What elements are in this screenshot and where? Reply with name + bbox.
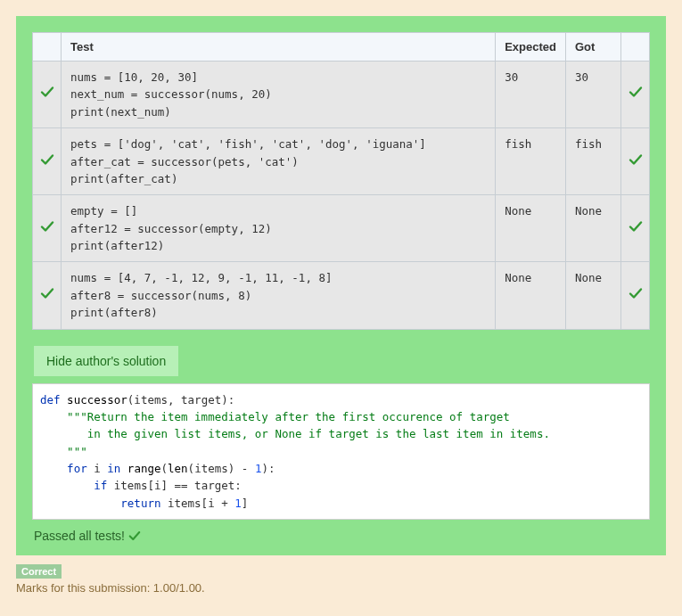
check-icon [40,286,54,300]
test-results-body: nums = [10, 20, 30] next_num = successor… [33,62,650,330]
check-icon [629,286,643,300]
marks-text: Marks for this submission: 1.00/1.00. [16,581,666,595]
header-test: Test [62,33,496,62]
row-got: None [566,195,621,262]
hide-solution-button[interactable]: Hide author's solution [34,346,178,376]
passed-text: Passed all tests! [34,529,125,543]
solution-toggle-wrap: Hide author's solution [34,346,650,376]
header-expected: Expected [496,33,566,62]
header-got: Got [566,33,621,62]
check-icon [629,152,643,167]
check-icon [629,219,643,234]
row-test-code: nums = [10, 20, 30] next_num = successor… [62,62,496,128]
table-row: nums = [10, 20, 30] next_num = successor… [33,62,650,128]
check-icon [629,85,643,99]
header-status-right [621,33,650,62]
row-status-left [33,195,62,262]
correct-badge: Correct [16,564,62,579]
row-got: fish [566,128,621,195]
result-panel: Test Expected Got nums = [10, 20, 30] ne… [16,16,666,555]
header-status-left [33,33,62,62]
row-status-right [621,195,650,262]
test-results-table: Test Expected Got nums = [10, 20, 30] ne… [32,32,650,330]
table-row: pets = ['dog', 'cat', 'fish', 'cat', 'do… [33,128,650,195]
row-expected: 30 [496,62,566,128]
row-expected: None [496,262,566,329]
row-status-left [33,62,62,128]
row-expected: fish [496,128,566,195]
row-status-right [621,128,650,195]
table-row: nums = [4, 7, -1, 12, 9, -1, 11, -1, 8] … [33,262,650,329]
row-got: 30 [566,62,621,128]
check-icon [40,152,54,167]
table-row: empty = [] after12 = successor(empty, 12… [33,195,650,262]
row-test-code: nums = [4, 7, -1, 12, 9, -1, 11, -1, 8] … [62,262,496,329]
check-icon [128,529,141,543]
row-test-code: pets = ['dog', 'cat', 'fish', 'cat', 'do… [62,128,496,195]
passed-all-tests: Passed all tests! [34,529,648,543]
row-status-right [621,62,650,128]
check-icon [40,219,54,234]
row-got: None [566,262,621,329]
row-expected: None [496,195,566,262]
row-status-left [33,128,62,195]
solution-code-block: def successor(items, target): """Return … [32,383,650,521]
row-test-code: empty = [] after12 = successor(empty, 12… [62,195,496,262]
check-icon [40,85,54,99]
row-status-right [621,262,650,329]
row-status-left [33,262,62,329]
